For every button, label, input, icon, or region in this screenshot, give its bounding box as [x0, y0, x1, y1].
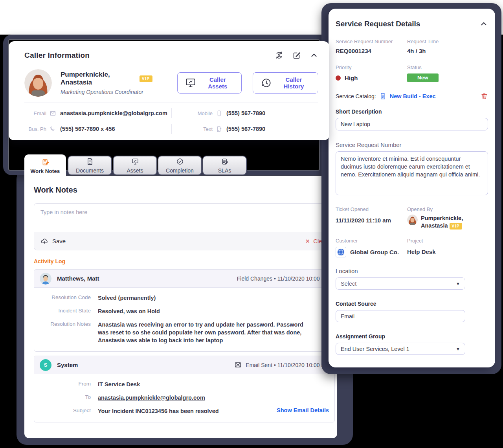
avatar [40, 273, 51, 285]
activity-author: System [57, 362, 78, 368]
tab-assets[interactable]: Assets [113, 156, 157, 175]
service-request-card: Service Request Details Service Request … [329, 9, 495, 367]
assignment-group-select[interactable]: End User Services, Level 1 ▼ [336, 343, 465, 355]
contact-source-label: Contact Source [336, 301, 488, 307]
edit-caller-button[interactable] [292, 51, 301, 60]
ticket-opened-value: 11/11/2020 11:10 am [336, 217, 407, 230]
show-email-details-link[interactable]: Show Email Details [277, 407, 329, 413]
email-label: Email [24, 110, 46, 116]
chevron-down-icon: ▼ [456, 281, 460, 286]
caller-name: Pumperknickle, Anastasia [61, 71, 136, 86]
divider [166, 68, 166, 97]
opened-by-value: Pumperknickle, Anastasia VIP [407, 215, 488, 230]
project-label: Project [407, 238, 488, 244]
caller-avatar [24, 69, 52, 97]
edit-icon [292, 51, 301, 60]
history-clock-icon [260, 77, 272, 89]
field-value: Solved (permanently) [98, 294, 310, 302]
ticket-opened-label: Ticket Opened [336, 206, 407, 212]
business-phone-value: (555) 567-7890 x 456 [60, 126, 115, 132]
text-label: Text [195, 126, 213, 132]
chevron-up-icon [479, 20, 488, 28]
activity-entry-body: From IT Service Desk To anastasia.pumpkn… [34, 374, 334, 422]
srn-textarea-label: Service Request Number [336, 141, 488, 148]
mobile-label: Mobile [195, 110, 213, 116]
mobile-icon [216, 110, 222, 117]
activity-entry: Matthews, Matt Field Changes • 11/10/202… [34, 269, 335, 352]
tab-completion[interactable]: Completion [158, 156, 202, 175]
service-request-panel-frame: Service Request Details Service Request … [321, 3, 501, 374]
short-description-input[interactable] [336, 118, 488, 130]
sms-icon [216, 126, 222, 132]
x-icon: ✕ [305, 238, 310, 245]
service-catalog-label: Service Catalog: [336, 93, 376, 99]
customer-value: Global Group Co. [336, 247, 407, 257]
work-notes-card: Work Notes Save ✕ Clear Activity Log [24, 176, 337, 438]
caller-information-card: Caller Information [9, 41, 329, 140]
caller-history-button[interactable]: Caller History [253, 72, 318, 94]
contact-mobile: Mobile (555) 567-7890 [171, 108, 318, 118]
status-label: Status [407, 64, 488, 70]
request-time-label: Request Time [407, 39, 488, 44]
field-value: IT Service Desk [98, 380, 310, 388]
service-catalog-link[interactable]: New Build - Exec [390, 93, 436, 99]
company-logo-icon [336, 247, 346, 257]
field-label: Incident State [40, 307, 91, 315]
app-canvas: Service Request Details Service Request … [0, 0, 503, 448]
status-badge: New [407, 73, 439, 82]
email-value: anastasia.pumpknickle@globalgrp.com [60, 110, 167, 116]
vip-badge: VIP [450, 223, 463, 230]
documents-icon [86, 158, 94, 165]
location-select[interactable]: Select ▼ [336, 277, 465, 290]
business-phone-label: Bus. Ph [24, 126, 46, 132]
delete-request-button[interactable] [481, 92, 488, 100]
activity-meta: Email Sent • 11/10/2020 10:00 am [234, 361, 329, 369]
activity-entry-header: Matthews, Matt Field Changes • 11/10/202… [34, 270, 334, 288]
collapse-card-button[interactable] [310, 51, 318, 60]
field-value: Anastasia was receiving an error to try … [98, 321, 310, 344]
location-label: Location [336, 268, 488, 274]
contact-business-phone: Bus. Ph (555) 567-7890 x 456 [24, 124, 171, 134]
caller-assets-button[interactable]: Caller Assets [177, 72, 242, 94]
envelope-icon [50, 110, 56, 117]
tab-slas[interactable]: SLAs [202, 156, 247, 175]
work-notes-input[interactable] [34, 204, 334, 232]
vip-badge: VIP [140, 75, 152, 82]
work-notes-icon [41, 158, 50, 166]
collapse-panel-button[interactable] [479, 20, 488, 28]
chevron-down-icon: ▼ [456, 347, 460, 351]
field-label: Resolution Code [40, 294, 91, 302]
divider [24, 103, 318, 103]
tab-documents[interactable]: Documents [68, 156, 112, 175]
field-label: To [40, 394, 91, 402]
system-avatar: S [40, 359, 51, 371]
field-label: From [40, 380, 91, 388]
activity-entry: S System Email Sent • 11/10/2020 10:00 a… [34, 356, 335, 422]
project-value: Help Desk [407, 248, 488, 257]
contact-source-input[interactable] [336, 310, 465, 322]
field-label: Subject [40, 407, 91, 415]
priority-dot-icon [336, 75, 341, 81]
save-button[interactable]: Save [40, 237, 66, 245]
srn-textarea[interactable]: Nemo inventore et minima. Est id consequ… [336, 151, 488, 195]
assignment-group-label: Assignment Group [336, 333, 488, 340]
activity-author: Matthews, Matt [57, 275, 99, 282]
opened-by-label: Opened By [407, 206, 488, 212]
request-number-value: REQ0001234 [336, 48, 407, 54]
service-request-title: Service Request Details [336, 20, 420, 28]
chevron-up-icon [310, 51, 318, 60]
mobile-value: (555) 567-7890 [226, 110, 265, 116]
assets-icon [131, 158, 139, 165]
field-value: Your Incident INC0123456 has been resolv… [98, 407, 219, 415]
slas-icon [221, 158, 229, 165]
activity-entry-body: Resolution Code Solved (permanently) Inc… [34, 288, 334, 351]
change-caller-button[interactable] [275, 51, 284, 60]
request-time-value: 4h / 3h [407, 48, 488, 54]
email-link[interactable]: anastasia.pumpknickle@globalgrp.com [98, 394, 310, 402]
work-notes-title: Work Notes [34, 185, 77, 195]
activity-entry-header: S System Email Sent • 11/10/2020 10:00 a… [34, 356, 334, 374]
tab-work-notes[interactable]: Work Notes [24, 154, 66, 177]
envelope-icon [234, 361, 242, 369]
document-icon [379, 92, 387, 100]
user-sync-icon [275, 51, 284, 60]
